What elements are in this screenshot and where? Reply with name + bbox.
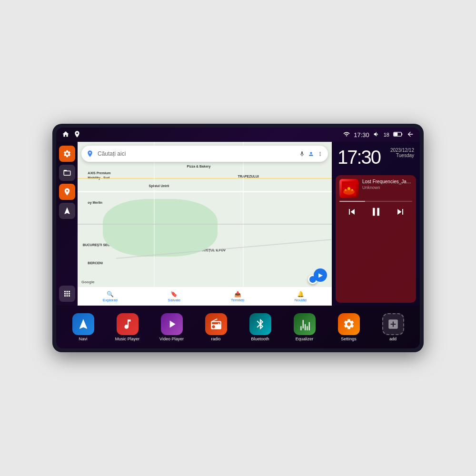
news-label: Noutăți xyxy=(295,298,307,302)
status-time: 17:30 xyxy=(354,131,369,139)
sidebar xyxy=(56,142,78,306)
equalizer-label: Equalizer xyxy=(296,337,314,341)
map-saved-btn[interactable]: 🔖 Salvate xyxy=(168,291,181,302)
album-art-graphic xyxy=(342,181,356,196)
bluetooth-icon xyxy=(249,313,271,335)
music-player-icon xyxy=(117,313,139,335)
share-icon: 📤 xyxy=(234,291,241,298)
back-icon[interactable] xyxy=(407,130,414,139)
music-artist: Unknown xyxy=(362,185,412,190)
clock-widget: 17:30 2023/12/12 Tuesday xyxy=(332,142,420,172)
album-art xyxy=(339,179,358,198)
pause-btn[interactable] xyxy=(369,205,383,219)
more-icon[interactable] xyxy=(317,151,323,157)
equalizer-icon xyxy=(294,313,316,335)
share-label: Trimiteți xyxy=(231,298,244,302)
mic-icon[interactable] xyxy=(299,151,305,157)
music-player-label: Music Player xyxy=(115,337,140,341)
screen: 17:30 18 xyxy=(56,128,420,348)
video-player-icon xyxy=(161,313,183,335)
main-content: AXIS Premium Mobility - Sud Splaiul Unir… xyxy=(56,142,420,306)
battery-icon xyxy=(393,131,403,139)
map-label-splaiul: Splaiul Unirii xyxy=(149,184,169,188)
sidebar-files-btn[interactable] xyxy=(59,165,75,181)
next-btn[interactable] xyxy=(393,205,407,219)
music-controls xyxy=(339,205,412,219)
map-label-merlin: oy Merlin xyxy=(88,201,102,204)
map-search-bar[interactable] xyxy=(81,146,328,162)
map-search-icons xyxy=(299,151,323,157)
sidebar-grid-btn[interactable] xyxy=(59,286,75,302)
map-label-pizza: Pizza & Bakery xyxy=(187,165,211,168)
map-search-input[interactable] xyxy=(98,150,295,157)
app-bluetooth[interactable]: Bluetooth xyxy=(246,313,275,341)
add-icon xyxy=(382,313,404,335)
app-video-player[interactable]: Video Player xyxy=(158,313,186,341)
music-info-row: Lost Frequencies_Janie... Unknown xyxy=(339,179,412,198)
app-equalizer[interactable]: Equalizer xyxy=(290,313,319,341)
map-container[interactable]: AXIS Premium Mobility - Sud Splaiul Unir… xyxy=(78,142,332,306)
music-title: Lost Frequencies_Janie... xyxy=(362,179,412,184)
navi-icon xyxy=(72,313,94,335)
home-icon[interactable] xyxy=(62,130,69,139)
radio-icon xyxy=(205,313,227,335)
app-music-player[interactable]: Music Player xyxy=(113,313,142,341)
google-logo: Google xyxy=(81,280,95,284)
avatar-icon[interactable] xyxy=(308,151,314,157)
volume-icon xyxy=(373,131,380,139)
svg-point-6 xyxy=(345,189,347,191)
news-icon: 🔔 xyxy=(297,291,304,298)
explore-label: Explorați xyxy=(103,298,118,302)
sidebar-nav-btn[interactable] xyxy=(59,203,75,219)
clock-date-display: 2023/12/12 Tuesday xyxy=(390,148,414,158)
app-navi[interactable]: Navi xyxy=(69,313,98,341)
wifi-icon xyxy=(343,131,350,139)
status-bar: 17:30 18 xyxy=(56,128,420,142)
map-bottom-bar: 🔍 Explorați 🔖 Salvate 📤 Trimiteți � xyxy=(78,287,332,306)
status-bar-left xyxy=(62,130,81,139)
add-label: add xyxy=(389,337,397,341)
music-progress-bar[interactable] xyxy=(339,201,412,202)
map-explore-btn[interactable]: 🔍 Explorați xyxy=(103,291,118,302)
prev-btn[interactable] xyxy=(345,205,359,219)
music-text: Lost Frequencies_Janie... Unknown xyxy=(362,179,412,190)
map-zoom-btn[interactable]: ▶ xyxy=(314,268,327,282)
map-share-btn[interactable]: 📤 Trimiteți xyxy=(231,291,244,302)
battery-level: 18 xyxy=(384,132,389,138)
sidebar-settings-btn[interactable] xyxy=(59,146,75,162)
music-progress-fill xyxy=(339,201,365,202)
radio-label: radio xyxy=(211,337,220,341)
clock-date-day: Tuesday xyxy=(390,153,414,158)
bluetooth-label: Bluetooth xyxy=(251,337,269,341)
map-wrapper: AXIS Premium Mobility - Sud Splaiul Unir… xyxy=(78,142,332,306)
svg-point-3 xyxy=(89,152,90,153)
saved-icon: 🔖 xyxy=(170,291,178,298)
svg-point-8 xyxy=(351,189,353,191)
sidebar-map-btn[interactable] xyxy=(59,184,75,200)
location-icon[interactable] xyxy=(73,130,81,139)
map-news-btn[interactable]: 🔔 Noutăți xyxy=(295,291,307,302)
status-bar-right: 17:30 18 xyxy=(343,130,414,139)
navi-label: Navi xyxy=(79,337,87,341)
settings-icon xyxy=(338,313,360,335)
map-label-berceni: BERCENI xyxy=(88,261,103,265)
music-widget: Lost Frequencies_Janie... Unknown xyxy=(336,175,416,303)
maps-logo-icon xyxy=(86,150,94,158)
app-drawer: Navi Music Player Video Player xyxy=(56,306,420,348)
clock-row: 17:30 2023/12/12 Tuesday xyxy=(337,148,414,167)
app-radio[interactable]: radio xyxy=(202,313,230,341)
right-panel: 17:30 2023/12/12 Tuesday xyxy=(332,142,420,306)
sidebar-bottom xyxy=(59,286,75,302)
settings-label: Settings xyxy=(341,337,357,341)
saved-label: Salvate xyxy=(168,298,181,302)
device: 17:30 18 xyxy=(52,124,424,352)
map-label-axis: AXIS Premium xyxy=(88,171,110,175)
fake-map: AXIS Premium Mobility - Sud Splaiul Unir… xyxy=(78,142,332,306)
app-settings[interactable]: Settings xyxy=(335,313,363,341)
clock-display: 17:30 xyxy=(337,148,380,167)
app-add[interactable]: add xyxy=(379,313,407,341)
explore-icon: 🔍 xyxy=(107,291,114,298)
svg-point-7 xyxy=(347,187,350,190)
clock-date-year: 2023/12/12 xyxy=(390,148,414,153)
video-player-label: Video Player xyxy=(159,337,184,341)
